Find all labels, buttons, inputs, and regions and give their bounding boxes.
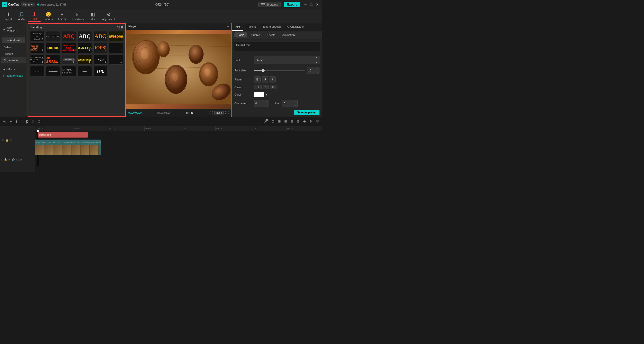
template-item-abc-white[interactable]: ABC ⬇ bbox=[77, 31, 92, 41]
sub-tab-effects[interactable]: Effects bbox=[264, 32, 278, 37]
lock-icon-2[interactable]: 🔒 bbox=[4, 158, 7, 161]
template-item-oops[interactable]: OOPS!! ⬇ bbox=[93, 43, 108, 53]
play-button[interactable]: ▶ bbox=[191, 110, 194, 115]
tool-import[interactable]: ⬇ Import bbox=[2, 11, 15, 22]
template-item-lower4[interactable]: UNITED STATES bbox=[62, 66, 76, 76]
font-size-slider[interactable] bbox=[254, 70, 305, 71]
template-item-unedited[interactable]: UNEDITEDDAY ⬇ bbox=[46, 31, 60, 41]
sidebar-item-effects[interactable]: ▶ Effects bbox=[1, 66, 26, 72]
tool-audio[interactable]: 🎵 Audio bbox=[15, 11, 28, 22]
sidebar-item-presets[interactable]: Presets bbox=[1, 51, 26, 57]
underline-button[interactable]: U bbox=[262, 76, 268, 82]
mic-button[interactable]: 🎤 bbox=[262, 118, 269, 124]
color-swatch[interactable] bbox=[254, 92, 264, 97]
export-button[interactable]: Export bbox=[284, 2, 300, 7]
save-as-preset-button[interactable]: Save as preset bbox=[294, 110, 319, 115]
audio-icon-track[interactable]: 🔊 bbox=[12, 158, 15, 161]
tab-ai-characters[interactable]: AI Characters bbox=[284, 23, 307, 31]
template-item-really[interactable]: REALLY?? ⬇ bbox=[77, 43, 92, 53]
template-item-abc-red[interactable]: ABC ⬇ bbox=[62, 31, 76, 41]
grid-view-icon[interactable]: ⊞ bbox=[186, 111, 189, 115]
template-item-tryitnow[interactable]: TRY IT NOW! ⬇ bbox=[30, 43, 45, 53]
template-item-lower1[interactable]: ⬇ bbox=[109, 55, 123, 65]
template-item-abc-orange[interactable]: ABC ⬇ bbox=[93, 31, 108, 41]
sub-tab-basic[interactable]: Basic bbox=[234, 32, 247, 37]
eye-icon-2[interactable]: 👁 bbox=[8, 158, 11, 161]
tool-adjustment[interactable]: ⚙ Adjustment bbox=[100, 11, 117, 22]
template-item-lower2[interactable]: L--! bbox=[30, 66, 45, 76]
all-filter-button[interactable]: All ☰ bbox=[117, 26, 123, 29]
template-item-arriving[interactable]: ✈ Arriving in New York ⬇ bbox=[30, 55, 45, 65]
split-right-button[interactable]: |⟩ bbox=[25, 119, 29, 124]
tl-tool-4[interactable]: ⊟ bbox=[290, 119, 294, 124]
sidebar-item-default[interactable]: Default bbox=[1, 44, 26, 50]
tool-effects[interactable]: ✦ Effects bbox=[56, 11, 68, 22]
lock-icon-1[interactable]: 🔒 bbox=[6, 139, 9, 142]
template-item-user[interactable]: User name ○ ⬇ bbox=[62, 55, 76, 65]
split-button[interactable]: ⟨| bbox=[19, 119, 24, 124]
line-value[interactable]: 0 ⌃⌄ bbox=[283, 100, 298, 107]
template-item-blank[interactable]: ⬇ bbox=[109, 43, 123, 53]
font-select[interactable]: System ⌃⌄ bbox=[254, 56, 319, 64]
tl-settings[interactable]: ⏱ bbox=[315, 119, 320, 124]
player-menu-icon[interactable]: ≡ bbox=[227, 25, 229, 28]
font-size-value[interactable]: 15 ⌃⌄ bbox=[307, 67, 319, 74]
tool-transitions[interactable]: ⊡ Transitions bbox=[69, 11, 86, 22]
template-item-brazil[interactable]: 10 BRAZIL ⬇ bbox=[46, 55, 60, 65]
minimize-button[interactable]: ─ bbox=[303, 3, 308, 7]
color-expand-icon[interactable]: ▼ bbox=[265, 93, 268, 96]
template-item-lower3[interactable]: ▬▬▬▬▬ bbox=[46, 66, 60, 76]
bold-button[interactable]: B bbox=[254, 76, 261, 82]
maximize-button[interactable]: □ bbox=[309, 3, 313, 7]
fullscreen-fit-icon[interactable]: ⛶ bbox=[209, 111, 213, 115]
character-value[interactable]: 0 ⌃⌄ bbox=[254, 100, 269, 107]
undo-button[interactable]: ↩ bbox=[9, 119, 14, 124]
template-item-focusing[interactable]: FocusingonMyself ⬇ bbox=[30, 31, 45, 41]
case-tt3-button[interactable]: Tt bbox=[270, 85, 276, 89]
tab-tracking[interactable]: Tracking bbox=[243, 23, 260, 31]
template-item-the[interactable]: THE bbox=[93, 66, 108, 76]
italic-button[interactable]: I bbox=[269, 76, 276, 82]
fullscreen-icon[interactable]: ⛶ bbox=[225, 111, 229, 115]
tl-tool-3[interactable]: ⊞ bbox=[283, 119, 288, 124]
menu-button[interactable]: Menu ▼ bbox=[21, 3, 35, 7]
template-item-money[interactable]: $100,000 ⬇ bbox=[46, 43, 60, 53]
tl-zoom-in[interactable]: ⊕ bbox=[302, 119, 307, 124]
split-mid-button[interactable]: |I| bbox=[31, 119, 35, 124]
template-item-temp[interactable]: ☀ 28° ⬇ bbox=[93, 55, 108, 65]
sub-tab-animation[interactable]: Animation bbox=[279, 32, 298, 37]
video-track-clip[interactable] bbox=[35, 145, 101, 155]
text-track-clip[interactable]: Default text bbox=[38, 132, 88, 138]
font-size-spinner[interactable]: ⌃⌄ bbox=[316, 68, 318, 73]
sidebar-item-auto-caption[interactable]: ▶ Auto caption... bbox=[1, 25, 26, 34]
template-item-subscribe[interactable]: SUBSCRIBEBELL NOTIFICATION ⬇ bbox=[62, 43, 76, 53]
default-text-input[interactable]: Default text bbox=[234, 41, 320, 51]
template-item-awesome[interactable]: Awesome! ⬇ bbox=[109, 31, 123, 41]
ratio-button[interactable]: Ratio bbox=[214, 111, 224, 115]
tl-tool-1[interactable]: ⊡ bbox=[271, 119, 275, 124]
tool-stickers[interactable]: 😊 Stickers bbox=[41, 11, 55, 22]
sidebar-item-ai-generated[interactable]: AI generated bbox=[1, 57, 26, 63]
delete-button[interactable]: □ bbox=[37, 119, 41, 124]
shortcuts-button[interactable]: ⌨ Shortcuts bbox=[258, 2, 280, 7]
case-tt2-button[interactable]: tt bbox=[263, 85, 269, 89]
tool-filters[interactable]: ◧ Filters bbox=[87, 11, 99, 22]
add-text-button[interactable]: + Add text bbox=[2, 37, 25, 43]
redo-button[interactable]: | bbox=[15, 119, 18, 123]
eye-icon-1[interactable]: 👁 bbox=[10, 139, 12, 142]
close-button[interactable]: ✕ bbox=[315, 3, 320, 7]
sub-tab-bubble[interactable]: Bubble bbox=[248, 32, 263, 37]
template-item-dinner[interactable]: dinner time ⬇ bbox=[77, 55, 92, 65]
tl-zoom-out[interactable]: ⊖ bbox=[308, 119, 313, 124]
tab-text[interactable]: Text bbox=[232, 23, 243, 31]
character-spinner[interactable]: ⌃⌄ bbox=[266, 101, 268, 106]
tl-tool-5[interactable]: ⊞ bbox=[296, 119, 301, 124]
tool-text[interactable]: T Text bbox=[28, 10, 41, 22]
tl-tool-2[interactable]: ⊠ bbox=[277, 119, 282, 124]
slider-thumb[interactable] bbox=[262, 69, 265, 72]
line-spinner[interactable]: ⌃⌄ bbox=[294, 101, 296, 106]
select-tool-button[interactable]: ↖ bbox=[2, 119, 7, 124]
sidebar-item-text-template[interactable]: ▶ Text template bbox=[1, 73, 26, 79]
tab-text-to-speech[interactable]: Text-to-speech bbox=[260, 23, 284, 31]
template-item-lower5[interactable]: ▬▬ bbox=[77, 66, 92, 76]
